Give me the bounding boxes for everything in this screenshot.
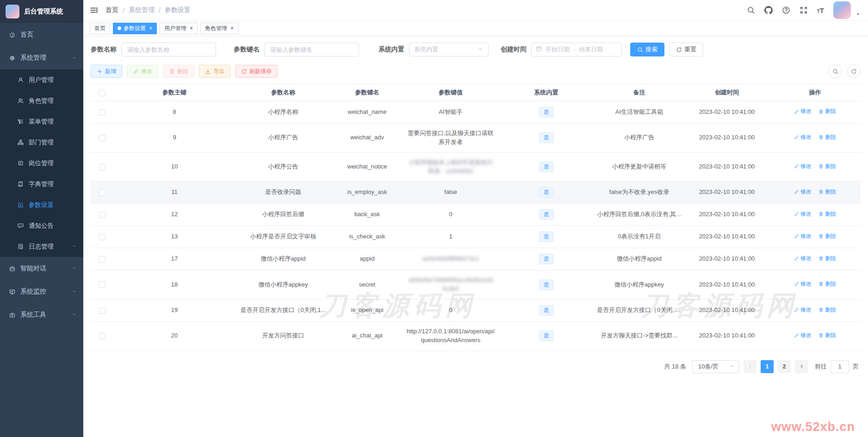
- github-icon[interactable]: [764, 6, 773, 14]
- row-delete-link[interactable]: 删除: [818, 188, 836, 196]
- range-separator: -: [573, 46, 575, 53]
- row-delete-link[interactable]: 删除: [818, 133, 836, 141]
- toolbar-right: [828, 64, 861, 78]
- row-delete-link[interactable]: 删除: [818, 162, 836, 170]
- close-tab-icon[interactable]: ×: [149, 25, 152, 31]
- sidebar-item-post-mgmt[interactable]: 岗位管理: [0, 153, 83, 174]
- tab-home[interactable]: 首页: [90, 23, 110, 34]
- post-icon: [18, 160, 24, 166]
- sidebar-item-home[interactable]: 首页: [0, 23, 83, 46]
- page-number-1[interactable]: 1: [761, 360, 774, 373]
- row-delete-link[interactable]: 删除: [818, 107, 836, 115]
- row-edit-link[interactable]: 修改: [794, 162, 812, 170]
- row-checkbox[interactable]: [99, 256, 105, 262]
- row-delete-link[interactable]: 删除: [818, 306, 836, 314]
- builtin-select[interactable]: 系统内置: [409, 43, 489, 56]
- trash-icon: [818, 164, 824, 169]
- row-checkbox[interactable]: [99, 189, 105, 196]
- row-checkbox[interactable]: [99, 307, 105, 314]
- add-button[interactable]: 新增: [91, 65, 122, 78]
- row-edit-link[interactable]: 修改: [794, 280, 812, 288]
- row-checkbox[interactable]: [99, 109, 105, 116]
- end-date-placeholder: 结束日期: [579, 45, 603, 54]
- row-edit-link[interactable]: 修改: [794, 331, 812, 339]
- row-edit-link[interactable]: 修改: [794, 188, 812, 196]
- row-checkbox[interactable]: [99, 281, 105, 288]
- sidebar-toggle-button[interactable]: [90, 6, 98, 14]
- search-button[interactable]: 搜索: [630, 43, 664, 56]
- sidebar-item-dept-mgmt[interactable]: 部门管理: [0, 132, 83, 153]
- tab-user-mgmt[interactable]: 用户管理 ×: [160, 23, 198, 34]
- sidebar-logo[interactable]: 后台管理系统: [0, 0, 83, 23]
- close-tab-icon[interactable]: ×: [230, 25, 234, 31]
- select-all-checkbox[interactable]: [99, 90, 105, 96]
- cell-param-value: 0: [403, 204, 498, 226]
- breadcrumb-home[interactable]: 首页: [105, 6, 118, 14]
- row-edit-link[interactable]: 修改: [794, 107, 812, 115]
- cell-param-value: 需要问答接口,以及聊天接口请联 系开发者: [403, 124, 498, 153]
- goto-page-input[interactable]: [831, 360, 849, 373]
- cell-actions: 修改 删除: [769, 204, 861, 226]
- header-search-icon[interactable]: [747, 6, 755, 14]
- row-checkbox[interactable]: [99, 333, 105, 339]
- row-checkbox[interactable]: [99, 234, 105, 240]
- cell-actions: 修改 删除: [769, 181, 861, 204]
- next-page-button[interactable]: [795, 360, 808, 373]
- row-delete-link[interactable]: 删除: [818, 280, 836, 288]
- toggle-search-button[interactable]: [828, 64, 842, 78]
- row-checkbox[interactable]: [99, 135, 105, 141]
- sidebar-item-param-config[interactable]: 参数设置: [0, 194, 83, 215]
- cell-param-value: 1: [403, 226, 498, 248]
- close-tab-icon[interactable]: ×: [190, 25, 193, 31]
- date-range-picker[interactable]: 开始日期 - 结束日期: [531, 43, 622, 56]
- row-edit-link[interactable]: 修改: [794, 133, 812, 141]
- prev-page-button[interactable]: [744, 360, 756, 373]
- app-window: 后台管理系统 首页 系统管理 用户管理 角色管理 菜单管理 部门管理 岗位管理 …: [0, 0, 868, 437]
- sidebar-item-monitor[interactable]: 系统监控: [0, 280, 83, 303]
- tool-icon: [9, 312, 15, 318]
- tab-param-config[interactable]: 参数设置 ×: [113, 23, 157, 34]
- cell-builtin: 是: [498, 152, 594, 181]
- breadcrumb-separator: /: [123, 6, 124, 14]
- sidebar-item-tools[interactable]: 系统工具: [0, 303, 83, 326]
- row-edit-link[interactable]: 修改: [794, 232, 812, 240]
- page-number-2[interactable]: 2: [778, 360, 791, 373]
- row-edit-link[interactable]: 修改: [794, 255, 812, 262]
- page-size-select[interactable]: 10条/页: [692, 360, 739, 373]
- row-edit-link[interactable]: 修改: [794, 210, 812, 218]
- sidebar-item-user-mgmt[interactable]: 用户管理: [0, 69, 83, 90]
- fullscreen-icon[interactable]: [800, 6, 808, 14]
- export-button[interactable]: 导出: [199, 65, 230, 78]
- avatar-caret-icon[interactable]: [856, 10, 861, 19]
- trash-icon: [818, 333, 824, 338]
- delete-button[interactable]: 删除: [163, 65, 194, 78]
- reset-button[interactable]: 重置: [669, 43, 703, 56]
- sidebar-item-role-mgmt[interactable]: 角色管理: [0, 90, 83, 111]
- sidebar-item-notice[interactable]: 通知公告: [0, 215, 83, 236]
- chat-icon: [9, 266, 15, 272]
- pencil-icon: [794, 212, 799, 217]
- row-delete-link[interactable]: 删除: [818, 331, 836, 339]
- user-avatar[interactable]: [833, 1, 851, 19]
- row-checkbox[interactable]: [99, 164, 105, 170]
- sidebar-item-menu-mgmt[interactable]: 菜单管理: [0, 111, 83, 132]
- refresh-cache-button[interactable]: 刷新缓存: [235, 65, 278, 78]
- row-delete-link[interactable]: 删除: [818, 210, 836, 218]
- sidebar-menu: 首页 系统管理 用户管理 角色管理 菜单管理 部门管理 岗位管理 字典管理 参数…: [0, 23, 83, 326]
- help-icon[interactable]: [782, 6, 790, 14]
- tab-role-mgmt[interactable]: 角色管理 ×: [200, 23, 238, 34]
- sidebar-item-log-mgmt[interactable]: 日志管理: [0, 236, 83, 257]
- sidebar-item-ai-chat[interactable]: 智能对话: [0, 257, 83, 280]
- row-delete-link[interactable]: 删除: [818, 232, 836, 240]
- cell-remark: 微信小程序appkey: [594, 270, 684, 300]
- row-delete-link[interactable]: 删除: [818, 255, 836, 262]
- refresh-table-button[interactable]: [847, 64, 861, 78]
- edit-button[interactable]: 修改: [127, 65, 158, 78]
- font-size-icon[interactable]: TT: [817, 6, 824, 14]
- row-edit-link[interactable]: 修改: [794, 306, 812, 314]
- param-key-input[interactable]: [264, 43, 359, 56]
- param-name-input[interactable]: [121, 43, 216, 56]
- sidebar-item-dict-mgmt[interactable]: 字典管理: [0, 174, 83, 194]
- row-checkbox[interactable]: [99, 212, 105, 218]
- sidebar-item-system[interactable]: 系统管理: [0, 46, 83, 69]
